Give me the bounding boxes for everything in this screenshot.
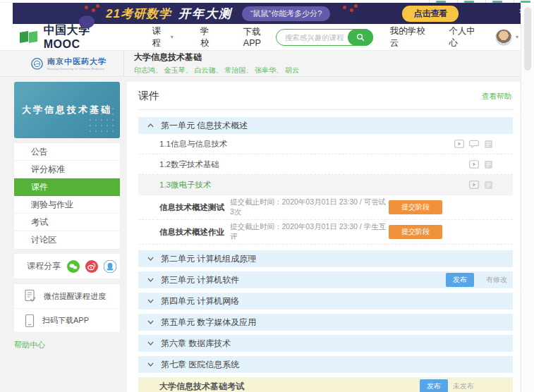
quiz-deadline: 提交截止时间：2020年03月01日 23:30 / 可尝试3次 bbox=[230, 197, 389, 217]
nav-schools[interactable]: 学校 bbox=[200, 25, 217, 49]
weibo-share-icon[interactable] bbox=[85, 260, 98, 273]
nav-courses[interactable]: 课程 ▾ bbox=[152, 25, 174, 49]
fireworks-decoration bbox=[78, 4, 102, 23]
nav-download-app[interactable]: 下载APP bbox=[243, 26, 276, 48]
search-button[interactable] bbox=[348, 29, 373, 46]
sidebar-item-courseware[interactable]: 课件 bbox=[14, 178, 120, 196]
unpublished-note: 未发布 bbox=[453, 381, 474, 391]
unit-header-collapsed[interactable]: 第三单元 计算机软件 发布 有修改 bbox=[138, 271, 513, 288]
unit-label: 第五单元 数字媒体及应用 bbox=[161, 317, 256, 329]
site-header: 中国大学MOOC 课程 ▾ 学校 下载APP bbox=[0, 24, 534, 50]
unit-label: 第二单元 计算机组成原理 bbox=[161, 253, 256, 265]
sidebar: 大学信息技术基础 公告 评分标准 课件 测验与作业 考试 讨论区 课程分享 bbox=[14, 82, 120, 350]
unit-header-collapsed[interactable]: 第五单元 数字媒体及应用 bbox=[138, 314, 513, 331]
fireworks-decoration bbox=[336, 4, 360, 23]
discussion-icon[interactable] bbox=[469, 140, 479, 148]
qrcode-phone-icon bbox=[24, 314, 35, 328]
collapsed-units: 第二单元 计算机组成原理 第三单元 计算机软件 发布 有修改 第四单元 计算机网… bbox=[138, 250, 513, 373]
unit-label: 第七章 医院信息系统 bbox=[161, 359, 239, 371]
lesson-row[interactable]: 1.1信息与信息技术 bbox=[138, 134, 513, 154]
video-play-icon[interactable] bbox=[469, 160, 479, 169]
course-title: 大学信息技术基础 bbox=[134, 51, 299, 63]
chevron-down-icon bbox=[147, 299, 154, 303]
homework-deadline: 提交截止时间：2020年03月01日 23:30 / 学生互评 bbox=[230, 222, 389, 242]
avatar[interactable] bbox=[495, 29, 512, 46]
search-box bbox=[276, 29, 373, 46]
wechat-reminder-row[interactable]: 微信提醒课程进度 bbox=[14, 284, 120, 308]
nav-courses-label: 课程 bbox=[152, 25, 168, 49]
promo-cta-button[interactable]: 点击查看 bbox=[402, 6, 459, 22]
course-info: 大学信息技术基础 印志鸿、 金玉琴、 白云骢、 常治国、 张幸华、 胡云 bbox=[124, 51, 299, 76]
quiz-row[interactable]: 信息技术概述测试 提交截止时间：2020年03月01日 23:30 / 可尝试3… bbox=[138, 195, 513, 220]
chevron-down-icon bbox=[147, 257, 154, 261]
lesson-title: 1.1信息与信息技术 bbox=[159, 139, 228, 149]
sidebar-item-exams[interactable]: 考试 bbox=[14, 214, 120, 231]
chevron-down-icon: ▾ bbox=[171, 34, 174, 40]
search-icon bbox=[356, 33, 365, 42]
flag-logo-icon bbox=[29, 31, 37, 43]
sidebar-item-grading[interactable]: 评分标准 bbox=[14, 161, 120, 178]
unit-label: 第四单元 计算机网络 bbox=[161, 295, 239, 307]
wechat-reminder-label: 微信提醒课程进度 bbox=[44, 291, 106, 302]
unit-label: 第六章 数据库技术 bbox=[161, 338, 231, 350]
content-area: 大学信息技术基础 公告 评分标准 课件 测验与作业 考试 讨论区 课程分享 bbox=[0, 77, 534, 392]
sidebar-item-quizzes[interactable]: 测验与作业 bbox=[14, 196, 120, 214]
unit-header-collapsed[interactable]: 第七章 医院信息系统 bbox=[138, 356, 513, 373]
mooc-logo[interactable]: 中国大学MOOC bbox=[20, 23, 123, 51]
homework-title: 信息技术概述作业 bbox=[159, 227, 224, 238]
unit-header-collapsed[interactable]: 第四单元 计算机网络 bbox=[138, 293, 513, 310]
nav-download-app-label: 下载APP bbox=[243, 26, 276, 48]
promo-banner: 21考研数学 开年大测 “鼠鼠”你能考多少分? 点击查看 × bbox=[13, 3, 534, 24]
unit-header-collapsed[interactable]: 第二单元 计算机组成原理 bbox=[138, 250, 513, 267]
nav-schools-label: 学校 bbox=[200, 25, 217, 49]
lesson-row[interactable]: 1.2数字技术基础 bbox=[138, 154, 513, 175]
submission-stage-button[interactable]: 提交阶段 bbox=[389, 200, 442, 214]
video-play-icon[interactable] bbox=[454, 140, 464, 148]
course-bar: 南京中医药大学 Nanjing University of Chinese Me… bbox=[0, 50, 534, 77]
sidebar-item-forum[interactable]: 讨论区 bbox=[14, 231, 120, 249]
courseware-panel: 课件 查看帮助 第一单元 信息技术概述 1.1信息与信息技术 bbox=[127, 82, 520, 392]
exam-title: 大学信息技术基础考试 bbox=[159, 381, 244, 392]
unit-label: 第一单元 信息技术概述 bbox=[161, 120, 248, 132]
publish-button[interactable]: 发布 bbox=[446, 273, 474, 287]
chevron-down-icon bbox=[147, 278, 154, 282]
my-school-cloud-link[interactable]: 我的学校云 bbox=[390, 25, 432, 49]
wechat-share-icon[interactable] bbox=[67, 260, 80, 273]
page-title: 课件 bbox=[138, 90, 159, 103]
publish-button[interactable]: 发布 bbox=[420, 379, 448, 392]
submission-stage-button[interactable]: 提交阶段 bbox=[389, 225, 442, 239]
lesson-row-active[interactable]: 1.3微电子技术 bbox=[138, 175, 513, 195]
main-nav: 课程 ▾ 学校 下载APP bbox=[152, 25, 276, 49]
document-icon[interactable] bbox=[484, 180, 493, 190]
share-card: 课程分享 bbox=[14, 254, 120, 278]
school-emblem-icon bbox=[31, 58, 43, 70]
share-label: 课程分享 bbox=[27, 260, 61, 272]
screen: 21考研数学 开年大测 “鼠鼠”你能考多少分? 点击查看 × 中国大学MOOC … bbox=[0, 0, 534, 392]
promo-subtitle: “鼠鼠”你能考多少分? bbox=[242, 6, 330, 21]
homework-row[interactable]: 信息技术概述作业 提交截止时间：2020年03月01日 23:30 / 学生互评… bbox=[138, 220, 513, 245]
promo-title: 开年大测 bbox=[178, 6, 232, 22]
view-help-link[interactable]: 查看帮助 bbox=[482, 92, 511, 102]
video-play-icon[interactable] bbox=[469, 180, 479, 189]
scrollbar-thumb[interactable] bbox=[524, 7, 531, 71]
school-name: 南京中医药大学 bbox=[47, 56, 107, 67]
help-center-link[interactable]: 帮助中心 bbox=[14, 340, 45, 350]
final-exam-row[interactable]: 大学信息技术基础考试 发布 未发布 bbox=[138, 377, 513, 392]
qq-share-icon[interactable] bbox=[104, 260, 116, 273]
scrollbar[interactable] bbox=[521, 3, 534, 392]
personal-center-link[interactable]: 个人中心 bbox=[449, 25, 483, 49]
course-menu: 公告 评分标准 课件 测验与作业 考试 讨论区 bbox=[14, 143, 120, 249]
sidebar-item-announcements[interactable]: 公告 bbox=[14, 143, 120, 161]
download-app-row[interactable]: 扫码下载APP bbox=[14, 308, 120, 332]
document-icon[interactable] bbox=[484, 160, 493, 169]
unit-header-collapsed[interactable]: 第六章 数据库技术 bbox=[138, 335, 513, 352]
modified-note: 有修改 bbox=[486, 275, 507, 285]
unit-label: 第三单元 计算机软件 bbox=[161, 274, 239, 286]
course-teachers: 印志鸿、 金玉琴、 白云骢、 常治国、 张幸华、 胡云 bbox=[134, 66, 299, 75]
unit-header-expanded[interactable]: 第一单元 信息技术概述 bbox=[138, 117, 513, 134]
school-logo[interactable]: 南京中医药大学 Nanjing University of Chinese Me… bbox=[14, 51, 124, 76]
chevron-down-icon bbox=[147, 362, 154, 367]
user-menu[interactable]: ▾ bbox=[495, 29, 518, 46]
chevron-down-icon: ▾ bbox=[516, 34, 518, 40]
document-icon[interactable] bbox=[484, 140, 493, 149]
